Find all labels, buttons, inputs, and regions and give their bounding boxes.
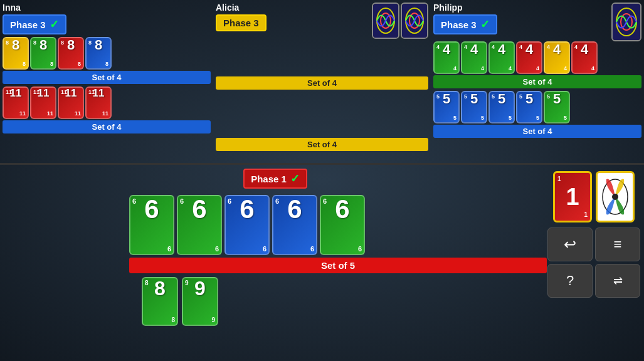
current-phase-label: Phase 1 [251,174,287,184]
inna-name: Inna [3,3,211,13]
alicia-set2-bar: Set of 4 [216,138,428,151]
alicia-deck [372,3,428,39]
hand-card[interactable]: 9 9 9 [182,277,218,326]
inna-player-area: Inna Phase 3 ✓ 8 8 8 8 8 8 8 8 8 [0,0,213,164]
card[interactable]: 11 11 11 [30,86,56,119]
card[interactable]: 4 4 4 [516,41,542,74]
current-check-icon: ✓ [290,172,300,186]
played-card[interactable]: 6 6 6 [177,195,222,255]
divider [0,163,644,165]
top-section: Inna Phase 3 ✓ 8 8 8 8 8 8 8 8 8 [0,0,644,164]
settings-button[interactable]: ⇌ [595,264,640,298]
deck-card [372,3,399,39]
set-of-5-bar: Set of 5 [129,258,547,273]
card[interactable]: 11 11 11 [58,86,84,119]
alicia-set1-bar: Set of 4 [216,76,428,90]
hand-cards-row: 8 8 8 9 9 9 [142,277,547,326]
philipp-set1-cards: 4 4 4 4 4 4 4 4 4 4 4 4 4 4 4 [433,41,641,74]
hand-card[interactable]: 8 8 8 [142,277,178,326]
inna-set2-bar: Set of 4 [3,120,211,133]
right-cards: 1 1 1 [547,171,640,222]
alicia-phase-label: Phase 3 [223,18,259,28]
inna-set1-bar: Set of 4 [3,71,211,84]
right-panel: 1 1 1 ↩ ≡ ? ⇌ [547,166,640,357]
card[interactable]: 8 8 8 [3,37,29,70]
card[interactable]: 5 5 5 [461,91,487,123]
card[interactable]: 4 4 4 [488,41,515,74]
alicia-phase-badge: Phase 3 [216,14,267,31]
philipp-set2-bar: Set of 4 [433,125,641,138]
philipp-name: Philipp [433,3,608,13]
card[interactable]: 4 4 4 [433,41,460,74]
card[interactable]: 5 5 5 [544,91,570,123]
played-card[interactable]: 6 6 6 [224,195,270,255]
help-button[interactable]: ? [547,264,593,298]
current-phase-container: Phase 1 ✓ [4,169,547,191]
card[interactable]: 11 11 11 [3,86,29,119]
score-card[interactable]: 1 1 1 [553,171,592,222]
inna-set1-cards: 8 8 8 8 8 8 8 8 8 8 8 8 [3,37,211,70]
card[interactable]: 8 8 8 [30,37,56,70]
card[interactable]: 5 5 5 [516,91,542,123]
philipp-check-icon: ✓ [480,18,490,31]
undo-button[interactable]: ↩ [547,228,593,261]
philipp-phase-label: Phase 3 [441,19,477,30]
deck-card [401,3,428,39]
played-card[interactable]: 6 6 6 [320,195,365,255]
philipp-phase-badge: Phase 3 ✓ [433,14,497,34]
philipp-set1-bar: Set of 4 [433,75,641,88]
philipp-player-area: Philipp Phase 3 ✓ [431,0,644,164]
play-area: Phase 1 ✓ 6 6 6 6 6 6 6 6 6 6 6 6 6 6 6 [4,166,547,357]
alicia-name: Alicia [216,3,367,13]
card[interactable]: 5 5 5 [488,91,515,123]
inna-set2-cards: 11 11 11 11 11 11 11 11 11 11 11 11 [3,86,211,119]
card[interactable]: 4 4 4 [571,41,598,74]
card[interactable]: 8 8 8 [58,37,84,70]
inna-check-icon: ✓ [50,18,59,31]
svg-point-11 [612,194,618,200]
inna-phase-label: Phase 3 [10,19,46,30]
played-card[interactable]: 6 6 6 [272,195,317,255]
inna-phase-badge: Phase 3 ✓ [3,14,66,34]
card[interactable]: 8 8 8 [85,37,112,70]
philipp-deck-card [611,3,641,41]
wild-card[interactable] [596,171,635,222]
alicia-player-area: Alicia Phase 3 [213,0,431,164]
played-card[interactable]: 6 6 6 [129,195,174,255]
played-cards-row: 6 6 6 6 6 6 6 6 6 6 6 6 6 6 6 [129,195,547,255]
card[interactable]: 4 4 4 [461,41,487,74]
philipp-set2-cards: 5 5 5 5 5 5 5 5 5 5 5 5 5 5 5 [433,91,641,123]
card[interactable]: 4 4 4 [544,41,570,74]
control-buttons: ↩ ≡ ? ⇌ [547,228,640,298]
menu-button[interactable]: ≡ [595,228,640,261]
card[interactable]: 5 5 5 [433,91,460,123]
current-phase-badge: Phase 1 ✓ [243,169,307,189]
card[interactable]: 11 11 11 [85,86,112,119]
